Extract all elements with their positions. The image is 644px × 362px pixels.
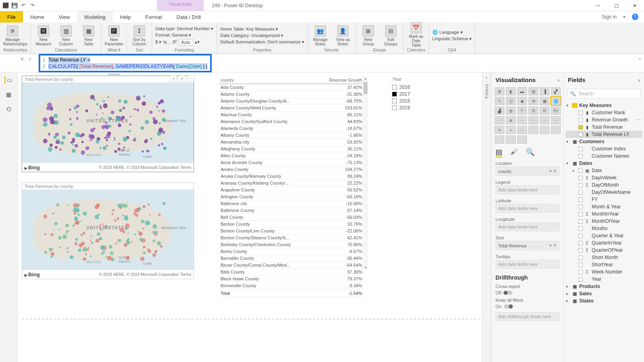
viz-type-icon[interactable]: ⋯: [517, 126, 527, 134]
year-slicer[interactable]: Year 2016201720182019: [392, 76, 432, 112]
new-table-button[interactable]: ▦New Table: [79, 25, 98, 46]
viz-type-icon[interactable]: ▽: [517, 107, 527, 115]
new-group-button[interactable]: ⊞New Group: [359, 25, 378, 46]
column-header[interactable]: Revenue Growth: [316, 76, 364, 84]
manage-roles-button[interactable]: 👥Manage Roles: [311, 25, 330, 46]
table-row[interactable]: Bonneville County6.34%: [219, 282, 364, 289]
viz-type-icon[interactable]: ▦: [540, 97, 549, 105]
latitude-well[interactable]: Add data fields here: [495, 204, 559, 213]
field-node[interactable]: Months: [566, 225, 642, 232]
table-row[interactable]: Bexar County/Comal County/Med...-64.54%: [219, 262, 364, 269]
minimize-button[interactable]: —: [588, 0, 607, 11]
filters-pane-collapsed[interactable]: ‹ Filters: [482, 72, 491, 362]
field-checkbox[interactable]: [578, 111, 583, 115]
field-node[interactable]: FY: [566, 196, 642, 203]
model-view-icon[interactable]: ⌬: [4, 105, 13, 113]
column-header[interactable]: county: [219, 76, 316, 84]
menu-tab-data-drill[interactable]: Data / Drill: [169, 11, 208, 23]
table-row[interactable]: Adams County/Douglas County/A...-68.75%: [219, 98, 364, 105]
viz-type-icon[interactable]: ▐: [540, 87, 549, 95]
expand-filters-icon[interactable]: ‹: [486, 75, 487, 80]
format-dropdown[interactable]: Format: General ▾: [155, 33, 213, 38]
maximize-button[interactable]: ▢: [607, 0, 625, 11]
table-node[interactable]: ▸▦Sales: [566, 290, 642, 297]
field-node[interactable]: ▮Revenue Growth⋯: [566, 116, 642, 123]
caret-icon[interactable]: ▸: [566, 292, 570, 296]
table-row[interactable]: Bell County-50.03%: [219, 214, 364, 221]
field-checkbox[interactable]: [578, 255, 583, 260]
field-checkbox[interactable]: [578, 183, 583, 187]
table-visual[interactable]: county Revenue Growth Ada County37.42%Ad…: [219, 76, 364, 282]
scroll-down-icon[interactable]: ▾: [363, 265, 368, 269]
table-row[interactable]: Baltimore County87.14%: [219, 207, 364, 214]
table-row[interactable]: Allegheny County30.11%: [219, 146, 364, 152]
field-node[interactable]: Quarter & Year: [566, 232, 642, 239]
decimals-button[interactable]: .0⁰: [171, 39, 177, 45]
drillthrough-well[interactable]: Add drillthrough fields here: [495, 312, 559, 321]
table-row[interactable]: Alamance County/Guilford County44.83%: [219, 118, 364, 125]
table-row[interactable]: Black Hawk County79.37%: [219, 276, 364, 282]
field-node[interactable]: ▮Customer Rank: [566, 109, 642, 116]
table-row[interactable]: Anoka County/Ramsey County99.24%: [219, 173, 364, 180]
table-row[interactable]: Alexandria city53.92%: [219, 139, 364, 146]
redo-icon[interactable]: ↷: [29, 2, 35, 9]
table-row[interactable]: Alachua County65.11%: [219, 111, 364, 118]
table-node[interactable]: ▸▦Products: [566, 283, 642, 290]
percent-button[interactable]: %: [163, 40, 167, 45]
new-parameter-button[interactable]: 🅿New Parameter: [105, 25, 123, 46]
viz-type-icon[interactable]: ⋯: [540, 116, 549, 124]
viz-type-icon[interactable]: ▟: [495, 107, 504, 115]
field-node[interactable]: ΣWeek Number: [566, 268, 642, 276]
field-checkbox[interactable]: [578, 277, 583, 282]
field-node[interactable]: ΣQuarterOfYear: [566, 247, 642, 254]
cross-report-toggle[interactable]: Off: [491, 290, 564, 296]
field-checkbox[interactable]: [578, 270, 583, 274]
comma-button[interactable]: ,: [169, 40, 170, 45]
menu-tab-home[interactable]: Home: [23, 11, 52, 23]
data-category-dropdown[interactable]: Data Category: Uncategorized ▾: [220, 33, 304, 38]
analytics-tab-icon[interactable]: 🔍: [526, 148, 535, 158]
mark-as-date-button[interactable]: 📅Mark as Date Table: [407, 22, 425, 47]
field-node[interactable]: Month & Year: [566, 203, 642, 210]
well-dropdown-icon[interactable]: ▾: [549, 243, 552, 248]
caret-icon[interactable]: ▾: [566, 103, 570, 107]
table-row[interactable]: Bernalillo County-30.44%: [219, 255, 364, 262]
scroll-up-icon[interactable]: ▴: [363, 76, 368, 80]
map-visual-1[interactable]: Total Revenue by county ▿ ⤢ ⋯ UNITED STA…: [22, 76, 194, 172]
field-node[interactable]: ΣDayOfMonth: [566, 181, 642, 189]
slicer-option[interactable]: 2016: [392, 84, 432, 90]
well-remove-icon[interactable]: ✕: [553, 169, 557, 173]
table-node[interactable]: ▾Key Measures: [566, 102, 642, 109]
viz-type-icon[interactable]: •: [506, 126, 516, 134]
currency-button[interactable]: $ ▾: [155, 39, 161, 45]
caret-icon[interactable]: ▸: [566, 284, 570, 288]
viz-type-icon[interactable]: 🌐: [551, 97, 561, 105]
menu-tab-modeling[interactable]: Modeling: [77, 11, 113, 23]
table-row[interactable]: Benton County10.78%: [219, 221, 364, 228]
default-summarization-dropdown[interactable]: Default Summarization: Don't summarize ▾: [220, 39, 304, 45]
data-view-icon[interactable]: ▦: [4, 91, 13, 98]
field-node[interactable]: ▮Total Revenue LY: [566, 131, 642, 138]
viz-type-icon[interactable]: ✎: [495, 126, 504, 134]
field-node[interactable]: Short Month: [566, 254, 642, 261]
viz-type-icon[interactable]: ◔: [528, 97, 538, 105]
field-checkbox[interactable]: [578, 212, 583, 216]
stepper-icon[interactable]: ▴▾: [195, 39, 200, 45]
slicer-option[interactable]: 2019: [392, 105, 432, 111]
field-node[interactable]: ▮Total Revenue: [566, 123, 642, 131]
viz-type-icon[interactable]: ⋯: [551, 116, 561, 124]
focus-mode-icon[interactable]: ⤢: [178, 75, 186, 82]
viz-type-icon[interactable]: ⋯: [495, 116, 504, 124]
close-button[interactable]: ✕: [625, 0, 644, 11]
table-node[interactable]: ▾▦Customers: [566, 138, 642, 145]
legend-well[interactable]: Add data fields here: [495, 185, 559, 194]
field-checkbox[interactable]: [578, 263, 583, 267]
table-row[interactable]: Allen County-24.18%: [219, 152, 364, 159]
fields-search[interactable]: 🔍 Search: [567, 89, 641, 99]
home-table-dropdown[interactable]: Home Table: Key Measures ▾: [220, 27, 304, 32]
tooltips-well[interactable]: Add data fields here: [495, 260, 559, 269]
edit-groups-button[interactable]: ⊟Edit Groups: [382, 25, 400, 46]
table-row[interactable]: Anne Arundel County-75.13%: [219, 159, 364, 166]
language-dropdown[interactable]: 🌐 Language ▾: [432, 30, 472, 35]
manage-relationships-button[interactable]: ⚞Manage Relationships: [3, 25, 22, 46]
